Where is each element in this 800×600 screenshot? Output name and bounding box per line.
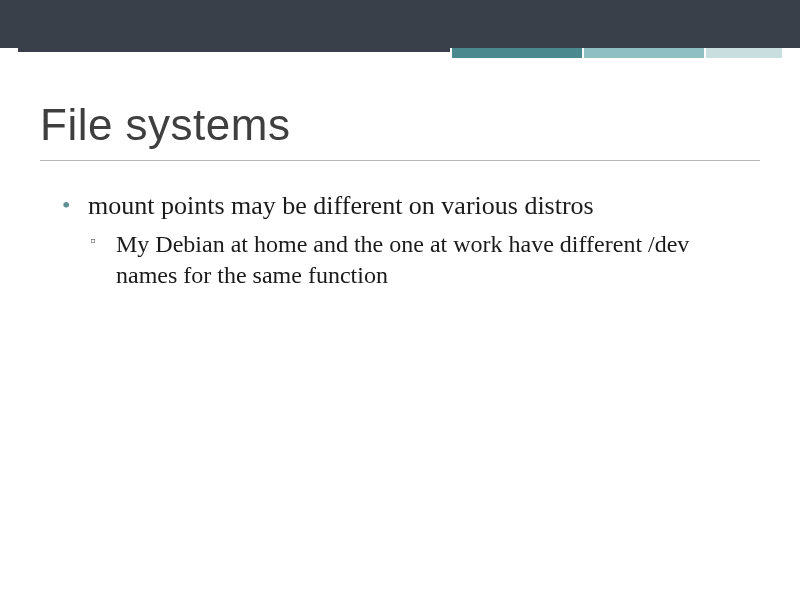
bullet-level-1: mount points may be different on various… bbox=[60, 190, 760, 223]
slide-title: File systems bbox=[40, 100, 290, 150]
slide-body: mount points may be different on various… bbox=[60, 190, 760, 291]
accent-segment-3 bbox=[584, 48, 704, 58]
accent-segment-2 bbox=[452, 48, 582, 58]
accent-row bbox=[0, 48, 800, 58]
slide: File systems mount points may be differe… bbox=[0, 0, 800, 600]
top-bar bbox=[0, 0, 800, 48]
accent-segment-4 bbox=[706, 48, 782, 58]
bullet-level-2: My Debian at home and the one at work ha… bbox=[88, 229, 728, 291]
accent-segment-1 bbox=[18, 48, 450, 52]
title-underline bbox=[40, 160, 760, 161]
